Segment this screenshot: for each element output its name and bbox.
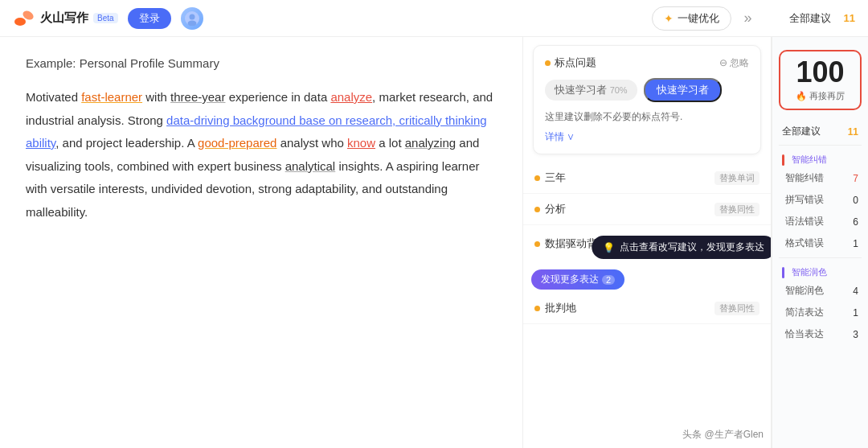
highlight-analytical[interactable]: analytical	[285, 159, 336, 173]
divider-1	[779, 145, 862, 146]
red-bar-icon	[782, 154, 784, 166]
word-options: 快速学习者 70% 快速学习者	[545, 78, 749, 102]
row-left-4: 批判地	[534, 301, 576, 315]
spell-item-count: 0	[853, 195, 858, 206]
row-tag-4[interactable]: 替换同性	[714, 302, 760, 315]
star-icon: ✦	[664, 12, 674, 25]
card-desc: 这里建议删除不必要的标点符号.	[545, 110, 749, 124]
top-nav: 火山写作 Beta 登录 ✦ 一键优化 » 全部建议 11	[0, 0, 868, 37]
row-dot-icon-3	[534, 241, 540, 247]
right-item-spell[interactable]: 拼写错误 0	[772, 189, 868, 211]
right-item-smart-color[interactable]: 智能润色 4	[772, 280, 868, 302]
format-item-label: 格式错误	[785, 236, 824, 250]
smart-item-label: 智能纠错	[785, 171, 824, 185]
row-tag-1[interactable]: 替换单词	[714, 171, 760, 185]
word-suggested-button[interactable]: 快速学习者	[644, 78, 722, 102]
row-left-2: 分析	[534, 202, 566, 216]
proper-item-label: 恰当表达	[785, 327, 824, 341]
concise-item-count: 1	[853, 307, 858, 319]
row-dot-icon-4	[534, 306, 540, 311]
concise-item-label: 简洁表达	[785, 306, 824, 319]
middle-panel: 标点问题 ⊖ 忽略 快速学习者 70% 快速学习者 这里建议删除不必要的标点符号…	[522, 37, 772, 448]
tooltip-area: 数据驱动背景基于 替换 💡 点击查看改写建议，发现更多表达 发现更多表达 2	[523, 225, 771, 293]
beta-badge: Beta	[93, 13, 118, 23]
grammar-item-count: 6	[853, 216, 858, 228]
smart-section-label: 智能纠错	[772, 149, 868, 167]
login-button[interactable]: 登录	[128, 8, 171, 29]
score-sub: 🔥 再接再厉	[796, 90, 845, 102]
highlight-fast-learner[interactable]: fast-learner	[81, 90, 142, 104]
color-section-label: 智能润色	[772, 261, 868, 280]
row-text-1: 三年	[545, 171, 566, 185]
editor-area: Example: Personal Profile Summary Motiva…	[0, 37, 522, 448]
suggestion-card: 标点问题 ⊖ 忽略 快速学习者 70% 快速学习者 这里建议删除不必要的标点符号…	[533, 45, 761, 154]
right-item-smart[interactable]: 智能纠错 7	[772, 167, 868, 189]
doc-title: Example: Personal Profile Summary	[26, 56, 497, 70]
row-text-4: 批判地	[545, 301, 576, 315]
highlight-three-year[interactable]: three-year	[170, 90, 225, 104]
row-tag-2[interactable]: 替换同性	[714, 203, 760, 216]
suggestions-nav-label: 全部建议	[789, 11, 831, 26]
right-item-concise[interactable]: 简洁表达 1	[772, 302, 868, 323]
suggestion-row-4[interactable]: 批判地 替换同性	[523, 293, 771, 324]
row-text-2: 分析	[545, 202, 566, 216]
divider-2	[779, 257, 862, 258]
purple-bar-icon	[782, 267, 784, 278]
word-count: 70%	[610, 85, 628, 95]
card-type: 标点问题	[545, 55, 596, 70]
doc-content: Motivated fast-learner with three-year e…	[26, 86, 497, 224]
smart-item-count: 7	[853, 173, 858, 184]
fire-icon: 🔥	[796, 91, 807, 101]
lamp-icon: 💡	[603, 242, 615, 253]
grammar-item-label: 语法错误	[785, 215, 824, 228]
highlight-analyze[interactable]: analyze	[330, 90, 372, 104]
spell-item-label: 拼写错误	[785, 193, 824, 207]
tooltip-bar: 💡 点击查看改写建议，发现更多表达 发现更多表达 2	[531, 269, 763, 290]
right-item-format[interactable]: 格式错误 1	[772, 232, 868, 254]
highlight-know[interactable]: know	[347, 136, 375, 150]
row-dot-icon	[534, 175, 540, 181]
card-header: 标点问题 ⊖ 忽略	[545, 55, 749, 70]
format-item-count: 1	[853, 238, 858, 249]
avatar-button[interactable]	[181, 7, 203, 30]
score-box: 100 🔥 再接再厉	[779, 50, 862, 110]
svg-point-3	[189, 14, 194, 19]
main-layout: Example: Personal Profile Summary Motiva…	[0, 37, 868, 448]
discover-count: 2	[602, 275, 615, 285]
highlight-analyzing[interactable]: analyzing	[405, 136, 456, 150]
ignore-button[interactable]: ⊖ 忽略	[719, 56, 749, 70]
highlight-good-prepared[interactable]: good-prepared	[198, 136, 276, 150]
logo-area: 火山写作 Beta	[13, 7, 118, 30]
row-dot-icon-2	[534, 207, 540, 212]
proper-item-count: 3	[853, 329, 858, 340]
suggestions-nav-count: 11	[844, 12, 855, 24]
circle-x-icon: ⊖	[719, 57, 727, 68]
right-item-proper[interactable]: 恰当表达 3	[772, 323, 868, 345]
word-original: 快速学习者 70%	[545, 80, 637, 101]
svg-point-0	[14, 18, 26, 26]
card-dot-icon	[545, 60, 551, 66]
suggestion-row-1[interactable]: 三年 替换单词	[523, 162, 771, 194]
logo-icon	[13, 7, 35, 30]
suggestion-row-2[interactable]: 分析 替换同性	[523, 194, 771, 225]
discover-button[interactable]: 发现更多表达 2	[531, 269, 624, 290]
smart-color-item-count: 4	[853, 286, 858, 297]
right-item-grammar[interactable]: 语法错误 6	[772, 211, 868, 232]
watermark: 头条 @生产者Glen	[682, 428, 764, 442]
score-number: 100	[796, 58, 844, 87]
tooltip-text-bar: 💡 点击查看改写建议，发现更多表达	[592, 236, 772, 259]
card-detail-button[interactable]: 详情 ∨	[545, 130, 749, 144]
all-suggestions-section: 全部建议 11	[772, 121, 868, 142]
app-title: 火山写作	[40, 10, 88, 26]
more-button[interactable]: »	[741, 10, 755, 27]
smart-color-item-label: 智能润色	[785, 284, 824, 298]
row-left-1: 三年	[534, 171, 566, 185]
optimize-button[interactable]: ✦ 一键优化	[652, 6, 731, 31]
right-panel: 100 🔥 再接再厉 全部建议 11 智能纠错 智能纠错 7 拼写错误 0 语法…	[772, 37, 868, 448]
